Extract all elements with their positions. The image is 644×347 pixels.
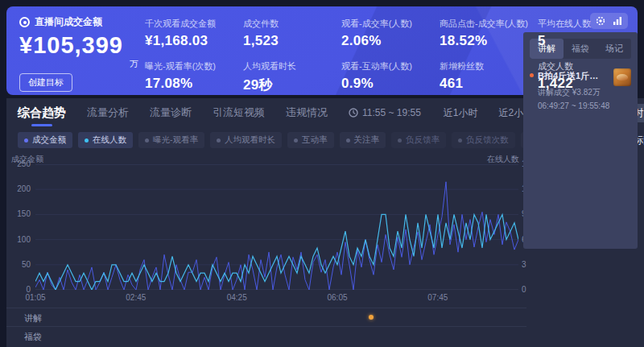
metric-label: 成交人数 (538, 60, 631, 72)
metric-label: 千次观看成交金额 (145, 18, 238, 30)
nav-tab[interactable]: 流量诊断 (150, 105, 192, 120)
nav-tabs: 综合趋势流量分析流量诊断引流短视频违规情况 (18, 105, 349, 121)
metric-value: ¥1,168.03 (145, 33, 238, 49)
time-range: 11:55 ~ 19:55 (349, 107, 421, 118)
range-button[interactable]: 近1小时 (437, 104, 485, 122)
gear-icon[interactable] (596, 16, 605, 26)
axis-tick-label: 02:45 (126, 293, 146, 302)
main-metric: 直播间成交金额 ¥105,399 万 创建目标 (19, 15, 138, 92)
axis-tick-label: 04:25 (227, 293, 247, 302)
banner-metric: 观看-互动率(人数)0.9% (341, 60, 435, 94)
trend-chart (35, 164, 518, 290)
create-goal-button[interactable]: 创建目标 (19, 73, 72, 92)
banner-metric: 曝光-观看率(次数)17.08% (145, 60, 238, 94)
chip-label: 负反馈率 (406, 134, 440, 146)
banner-metric: 新增粉丝数461 (440, 60, 533, 94)
metric-value: 5 (538, 33, 631, 49)
metric-chip[interactable]: 成交金额 (18, 132, 72, 148)
timeline-row: 福袋 (6, 326, 526, 347)
live-analytics-dashboard: 直播间成交金额 ¥105,399 万 创建目标 千次观看成交金额¥1,168.0… (0, 0, 644, 347)
chip-dot-icon (294, 138, 298, 143)
event-marker-icon[interactable] (369, 315, 374, 320)
axis-tick-label: 01:05 (25, 293, 45, 302)
banner-metric: 成交件数1,523 (243, 18, 336, 49)
metric-chip[interactable]: 互动率 (287, 132, 334, 148)
chip-label: 在线人数 (93, 134, 126, 146)
signal-bars-icon[interactable] (613, 16, 622, 26)
axis-tick-label: 07:45 (427, 293, 448, 302)
item-time-range: 06:49:27 ~ 19:55:48 (538, 101, 631, 110)
metric-chip[interactable]: 负反馈次数 (452, 132, 515, 148)
metric-value: 461 (440, 76, 533, 92)
axis-tick-label: 200 (17, 184, 31, 193)
y-axis-right-title: 在线人数 (487, 154, 519, 165)
nav-tab[interactable]: 引流短视频 (213, 105, 265, 120)
metric-chip[interactable]: 在线人数 (78, 132, 133, 148)
nav-tab[interactable]: 综合趋势 (18, 105, 66, 121)
chip-dot-icon (346, 138, 350, 143)
main-metric-label: 直播间成交金额 (35, 15, 102, 29)
metric-chip[interactable]: 曝光-观看率 (138, 132, 204, 148)
nav-tab[interactable]: 违规情况 (286, 105, 328, 120)
metric-value: 17.08% (145, 76, 238, 92)
x-axis-ticks: 01:0502:4504:2506:0507:45 (35, 293, 518, 304)
metric-value: 1,523 (243, 33, 336, 49)
chip-label: 负反馈次数 (466, 134, 509, 146)
clock-icon (349, 108, 358, 118)
summary-banner: 直播间成交金额 ¥105,399 万 创建目标 千次观看成交金额¥1,168.0… (6, 6, 638, 95)
metric-label: 观看-互动率(人数) (341, 60, 435, 72)
chip-dot-icon (398, 138, 402, 143)
main-metric-value: ¥105,399 (19, 32, 138, 59)
axis-tick-label: 100 (17, 235, 31, 244)
nav-tab[interactable]: 流量分析 (87, 105, 129, 120)
chip-label: 成交金额 (32, 134, 66, 146)
chip-dot-icon (458, 138, 462, 143)
banner-metrics: 千次观看成交金额¥1,168.03成交件数1,523观看-成交率(人数)2.06… (145, 18, 631, 94)
axis-tick-label: 50 (22, 260, 31, 269)
series-left (35, 182, 518, 290)
axis-tick-label: 0 (522, 285, 526, 294)
chip-label: 曝光-观看率 (153, 134, 198, 146)
chip-label: 关注率 (354, 134, 380, 146)
banner-actions (590, 13, 628, 29)
chip-label: 互动率 (302, 134, 328, 146)
axis-tick-label: 06:05 (327, 293, 347, 302)
banner-metric: 观看-成交率(人数)2.06% (341, 18, 435, 49)
metric-chips: 成交金额在线人数曝光-观看率人均观看时长互动率关注率负反馈率负反馈次数千次观看.… (18, 132, 582, 148)
axis-tick-label: 150 (17, 209, 31, 218)
axis-tick-label: 250 (17, 159, 31, 168)
metric-chip[interactable]: 关注率 (340, 132, 386, 148)
banner-metric: 商品点击-成交率(人数)18.52% (440, 18, 533, 49)
metric-label: 新增粉丝数 (440, 60, 533, 72)
timeline-track (35, 327, 518, 347)
metric-value: 29秒 (243, 76, 336, 94)
metric-chip[interactable]: 负反馈率 (391, 132, 446, 148)
main-metric-unit: 万 (19, 58, 138, 70)
chip-label: 人均观看时长 (225, 134, 275, 146)
metric-label: 曝光-观看率(次数) (145, 60, 238, 72)
metric-label: 商品点击-成交率(人数) (440, 18, 533, 30)
metric-chip[interactable]: 人均观看时长 (210, 132, 282, 148)
y-axis-left-ticks: 050100150200250 (8, 164, 31, 290)
metric-value: 1,422 (538, 76, 631, 92)
banner-metric: 人均观看时长29秒 (243, 60, 336, 94)
chip-dot-icon (145, 138, 149, 143)
axis-tick-label: 3 (522, 260, 526, 269)
chip-dot-icon (24, 138, 28, 143)
metric-label: 人均观看时长 (243, 60, 336, 72)
time-range-text: 11:55 ~ 19:55 (362, 107, 421, 118)
metric-value: 2.06% (341, 33, 435, 49)
metric-value: 18.52% (440, 33, 533, 49)
target-icon (19, 17, 30, 27)
series-right (35, 214, 518, 290)
main-metric-header: 直播间成交金额 (19, 15, 138, 29)
metric-label: 观看-成交率(人数) (341, 18, 435, 30)
chip-dot-icon (217, 138, 221, 143)
timeline-row: 讲解 (6, 308, 526, 326)
metric-label: 成交件数 (243, 18, 336, 30)
metric-value: 0.9% (341, 76, 435, 92)
banner-metric: 千次观看成交金额¥1,168.03 (145, 18, 238, 49)
chip-dot-icon (85, 138, 89, 143)
banner-metric: 成交人数1,422 (538, 60, 631, 94)
timeline-track (35, 308, 518, 326)
